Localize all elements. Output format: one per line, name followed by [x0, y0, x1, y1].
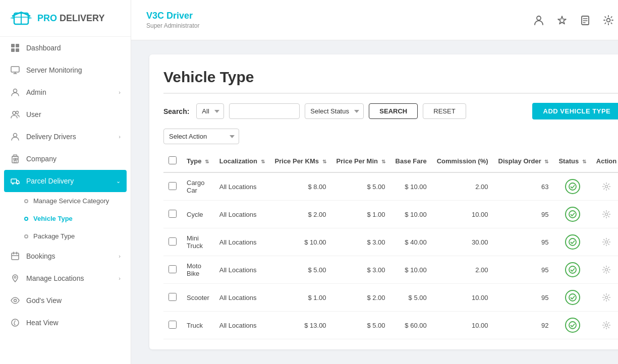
alert-icon[interactable]: [555, 13, 569, 27]
svg-point-40: [569, 266, 576, 273]
gear-action-icon[interactable]: [599, 263, 613, 277]
row-base-fare: $ 10.00: [390, 172, 432, 201]
chevron-right-icon: ›: [119, 275, 121, 281]
row-commission: 2.00: [432, 256, 493, 284]
sidebar-item-delivery-drivers[interactable]: Delivery Drivers ›: [0, 126, 131, 148]
sub-dot-icon: [24, 199, 28, 203]
svg-point-20: [17, 183, 18, 185]
sidebar-item-parcel-delivery[interactable]: Parcel Delivery ⌄: [4, 170, 127, 192]
logo-icon: [10, 9, 32, 27]
search-input[interactable]: [229, 103, 300, 119]
calendar-icon: [10, 251, 20, 261]
svg-rect-3: [11, 44, 15, 47]
svg-point-42: [569, 294, 576, 301]
topbar-icons: [532, 13, 618, 27]
row-localization: All Locations: [214, 172, 270, 201]
sidebar-item-bookings[interactable]: Bookings ›: [0, 245, 131, 267]
sidebar-item-label: Admin: [26, 88, 113, 96]
row-display-order: 63: [493, 172, 554, 201]
row-localization: All Locations: [214, 284, 270, 312]
settings-icon[interactable]: [601, 13, 615, 27]
sidebar-item-label: Dashboard: [26, 44, 121, 52]
clipboard-icon[interactable]: [578, 13, 592, 27]
chevron-right-icon: ›: [119, 253, 121, 259]
svg-point-9: [13, 111, 16, 114]
row-checkbox-3[interactable]: [168, 265, 177, 273]
logo-text: PRO DELIVERY: [37, 13, 104, 24]
sort-icon: ⇅: [544, 159, 548, 164]
row-checkbox-1[interactable]: [168, 210, 177, 218]
sub-dot-icon: [24, 217, 28, 221]
row-checkbox-0[interactable]: [168, 182, 177, 190]
page-card: Vehicle Type Search: All Select Status S…: [149, 54, 618, 349]
person-pin-icon: [10, 132, 20, 142]
svg-rect-18: [11, 179, 17, 183]
location-icon: [10, 273, 20, 283]
row-type: Scooter: [182, 284, 214, 312]
svg-point-43: [605, 296, 608, 299]
eye-icon: [10, 295, 20, 306]
row-action: [591, 201, 618, 228]
row-localization: All Locations: [214, 256, 270, 284]
gear-action-icon[interactable]: [599, 318, 613, 332]
sidebar-item-server-monitoring[interactable]: Server Monitoring: [0, 59, 131, 81]
row-display-order: 95: [493, 228, 554, 256]
sidebar-item-dashboard[interactable]: Dashboard: [0, 37, 131, 59]
col-action: Action: [591, 150, 618, 172]
sidebar-item-admin[interactable]: Admin ›: [0, 81, 131, 103]
sidebar-item-package-type[interactable]: Package Type: [0, 227, 131, 245]
select-all-checkbox[interactable]: [168, 156, 177, 164]
svg-point-26: [14, 299, 17, 302]
gear-action-icon[interactable]: [599, 207, 613, 221]
page-body: Vehicle Type Search: All Select Status S…: [131, 40, 618, 364]
svg-point-33: [607, 18, 610, 22]
col-base-fare: Base Fare: [390, 150, 432, 172]
sidebar-item-company[interactable]: Company: [0, 148, 131, 170]
add-vehicle-type-button[interactable]: ADD VEHICLE TYPE: [532, 103, 618, 119]
col-localization: Localization ⇅: [214, 150, 270, 172]
sidebar-item-label: Server Monitoring: [26, 66, 121, 74]
topbar-user-name: V3C Driver: [146, 11, 199, 21]
gear-action-icon[interactable]: [599, 235, 613, 249]
sort-icon: ⇅: [205, 159, 209, 164]
svg-point-19: [12, 183, 14, 185]
row-checkbox-5[interactable]: [168, 321, 177, 329]
gear-action-icon[interactable]: [599, 290, 613, 305]
row-price-per-km: $ 2.00: [270, 201, 331, 228]
row-checkbox-cell: [163, 256, 182, 284]
sidebar-item-manage-service-category[interactable]: Manage Service Category: [0, 192, 131, 210]
select-action-dropdown[interactable]: Select Action: [163, 129, 239, 144]
person-icon: [10, 87, 20, 97]
sidebar-item-vehicle-type[interactable]: Vehicle Type: [0, 210, 131, 227]
search-label: Search:: [163, 107, 189, 115]
sidebar-item-user[interactable]: User: [0, 103, 131, 126]
row-checkbox-2[interactable]: [168, 237, 177, 246]
status-select[interactable]: Select Status: [305, 103, 364, 119]
col-display-order: Display Order ⇅: [493, 150, 554, 172]
grid-icon: [10, 43, 20, 53]
row-checkbox-cell: [163, 172, 182, 201]
search-all-select[interactable]: All: [196, 103, 224, 119]
sidebar-item-manage-locations[interactable]: Manage Locations ›: [0, 267, 131, 289]
vehicle-type-table: Type ⇅ Localization ⇅ Price Per KMs ⇅ Pr…: [163, 150, 618, 339]
gear-action-icon[interactable]: [599, 179, 613, 194]
row-checkbox-4[interactable]: [168, 293, 177, 301]
sidebar-item-label: Package Type: [33, 232, 75, 240]
row-checkbox-cell: [163, 228, 182, 256]
row-status: [553, 256, 591, 284]
row-action: [591, 228, 618, 256]
truck-icon: [10, 176, 20, 186]
row-status: [553, 172, 591, 201]
profile-icon[interactable]: [532, 13, 546, 27]
row-display-order: 95: [493, 256, 554, 284]
table-row: Truck All Locations $ 13.00 $ 5.00 $ 60.…: [163, 312, 618, 339]
search-button[interactable]: SEARCH: [369, 103, 418, 119]
row-status: [553, 312, 591, 339]
row-price-per-km: $ 13.00: [270, 312, 331, 339]
sidebar-item-gods-view[interactable]: God's View: [0, 289, 131, 312]
row-price-per-min: $ 1.00: [331, 201, 390, 228]
row-price-per-km: $ 10.00: [270, 228, 331, 256]
sidebar-item-label: God's View: [26, 296, 121, 305]
reset-button[interactable]: RESET: [423, 103, 466, 119]
sidebar-item-heat-view[interactable]: Heat View: [0, 312, 131, 334]
